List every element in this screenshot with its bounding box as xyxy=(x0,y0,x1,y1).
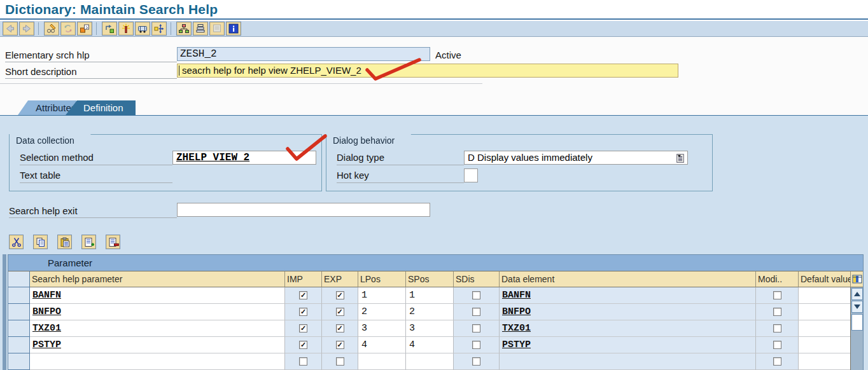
param-cell[interactable]: BNFPO xyxy=(30,304,285,320)
dropdown-list-icon[interactable] xyxy=(676,153,685,163)
row-selector[interactable] xyxy=(8,287,30,304)
modi-checkbox[interactable] xyxy=(773,357,781,366)
spos-cell[interactable]: 4 xyxy=(406,337,454,353)
lpos-cell[interactable] xyxy=(358,353,406,370)
modi-checkbox[interactable] xyxy=(773,291,781,299)
column-header-data-element[interactable]: Data element xyxy=(500,271,756,287)
modi-checkbox[interactable] xyxy=(773,308,781,316)
sdis-checkbox[interactable] xyxy=(472,357,480,366)
param-cell[interactable] xyxy=(30,353,285,370)
data-element-cell[interactable]: PSTYP xyxy=(500,337,756,353)
imp-checkbox[interactable] xyxy=(299,291,307,299)
text-table-field-line[interactable] xyxy=(20,182,172,183)
param-cell[interactable]: BANFN xyxy=(30,287,285,304)
exp-checkbox[interactable] xyxy=(336,291,344,299)
short-description-field[interactable]: seacrh help for help view ZHELP_VIEW_2 xyxy=(177,64,678,78)
hot-key-label: Hot key xyxy=(337,170,369,181)
data-element-link[interactable]: PSTYP xyxy=(500,337,755,353)
column-header-imp[interactable]: IMP xyxy=(285,271,322,287)
search-help-exit-field[interactable] xyxy=(177,203,430,217)
scrollbar-thumb[interactable] xyxy=(851,314,863,331)
column-header-spos[interactable]: SPos xyxy=(406,271,454,287)
activate-button[interactable] xyxy=(118,22,134,36)
spos-cell[interactable]: 3 xyxy=(406,320,454,337)
selection-method-field[interactable]: ZHELP_VIEW_2 xyxy=(172,151,316,165)
vertical-scrollbar[interactable] xyxy=(850,287,863,370)
scroll-up-button[interactable] xyxy=(851,288,863,300)
toggle-display-change-button[interactable] xyxy=(77,22,92,36)
test-button[interactable] xyxy=(135,22,150,36)
column-header-lpos[interactable]: LPos xyxy=(358,271,406,287)
other-object-button[interactable] xyxy=(102,22,117,36)
cut-button[interactable] xyxy=(9,235,24,249)
refresh-button[interactable] xyxy=(60,22,76,36)
exp-checkbox[interactable] xyxy=(336,308,344,316)
spos-cell[interactable] xyxy=(406,353,454,370)
modi-checkbox[interactable] xyxy=(773,324,781,332)
column-header-sdis[interactable]: SDis xyxy=(454,271,500,287)
back-button[interactable] xyxy=(3,22,18,36)
param-link[interactable]: PSTYP xyxy=(30,337,284,353)
sdis-checkbox[interactable] xyxy=(472,291,480,299)
data-element-link[interactable]: TXZ01 xyxy=(500,320,755,336)
elementary-srch-hlp-field[interactable]: ZESH_2 xyxy=(177,47,430,61)
lpos-cell[interactable]: 2 xyxy=(358,304,406,320)
data-element-cell[interactable]: BANFN xyxy=(500,287,756,304)
documentation-button[interactable] xyxy=(209,22,225,36)
imp-checkbox[interactable] xyxy=(299,341,307,349)
sdis-checkbox[interactable] xyxy=(472,308,480,316)
lpos-cell[interactable]: 4 xyxy=(358,337,406,353)
exp-checkbox[interactable] xyxy=(336,341,344,349)
paste-button[interactable] xyxy=(57,235,72,249)
documentation-icon xyxy=(211,23,223,34)
param-link[interactable]: TXZ01 xyxy=(30,320,284,336)
tab-definition[interactable]: Definition xyxy=(66,100,136,115)
delete-row-button[interactable] xyxy=(106,235,120,249)
param-cell[interactable]: PSTYP xyxy=(30,337,285,353)
param-link[interactable]: BANFN xyxy=(30,287,284,303)
column-header-modi[interactable]: Modi.. xyxy=(756,271,799,287)
activate-wand-icon xyxy=(120,23,132,34)
modi-checkbox[interactable] xyxy=(773,341,781,349)
imp-checkbox[interactable] xyxy=(299,357,307,366)
hot-key-field[interactable] xyxy=(464,168,478,182)
row-selector[interactable] xyxy=(8,320,30,337)
lpos-cell[interactable]: 3 xyxy=(358,320,406,337)
append-list-button[interactable] xyxy=(193,22,208,36)
table-configuration-button[interactable] xyxy=(850,271,863,287)
scroll-down-button[interactable] xyxy=(851,301,863,313)
copy-button[interactable] xyxy=(33,235,48,249)
exp-checkbox[interactable] xyxy=(336,324,344,332)
insert-row-button[interactable] xyxy=(81,235,96,249)
data-element-cell[interactable] xyxy=(500,353,756,370)
lpos-cell[interactable]: 1 xyxy=(358,287,406,304)
column-header-param[interactable]: Search help parameter xyxy=(30,271,285,287)
sdis-checkbox[interactable] xyxy=(472,324,480,332)
data-element-cell[interactable]: TXZ01 xyxy=(500,320,756,337)
row-selector[interactable] xyxy=(8,353,30,370)
row-selector[interactable] xyxy=(8,337,30,353)
page-title: Dictionary: Maintain Search Help xyxy=(5,2,218,17)
where-used-button[interactable] xyxy=(151,22,167,36)
information-button[interactable] xyxy=(226,22,241,36)
imp-checkbox[interactable] xyxy=(299,324,307,332)
spos-cell[interactable]: 1 xyxy=(406,287,454,304)
sdis-checkbox[interactable] xyxy=(472,341,480,349)
data-element-cell[interactable]: BNFPO xyxy=(500,304,756,320)
display-change-button[interactable] xyxy=(44,22,59,36)
row-selector[interactable] xyxy=(8,304,30,320)
exp-checkbox[interactable] xyxy=(336,357,344,366)
data-element-link[interactable]: BANFN xyxy=(500,287,755,303)
param-cell[interactable]: TXZ01 xyxy=(30,320,285,337)
param-link[interactable]: BNFPO xyxy=(30,304,284,320)
data-element-link[interactable]: BNFPO xyxy=(500,304,755,320)
modi-cell xyxy=(756,353,799,370)
dialog-type-combo[interactable]: D Display values immediately xyxy=(464,151,688,165)
spos-cell[interactable]: 2 xyxy=(406,304,454,320)
exp-cell xyxy=(322,320,358,337)
forward-button[interactable] xyxy=(19,22,34,36)
object-hierarchy-button[interactable] xyxy=(176,22,192,36)
header-selector-cell[interactable] xyxy=(8,271,30,287)
column-header-exp[interactable]: EXP xyxy=(322,271,358,287)
imp-checkbox[interactable] xyxy=(299,308,307,316)
